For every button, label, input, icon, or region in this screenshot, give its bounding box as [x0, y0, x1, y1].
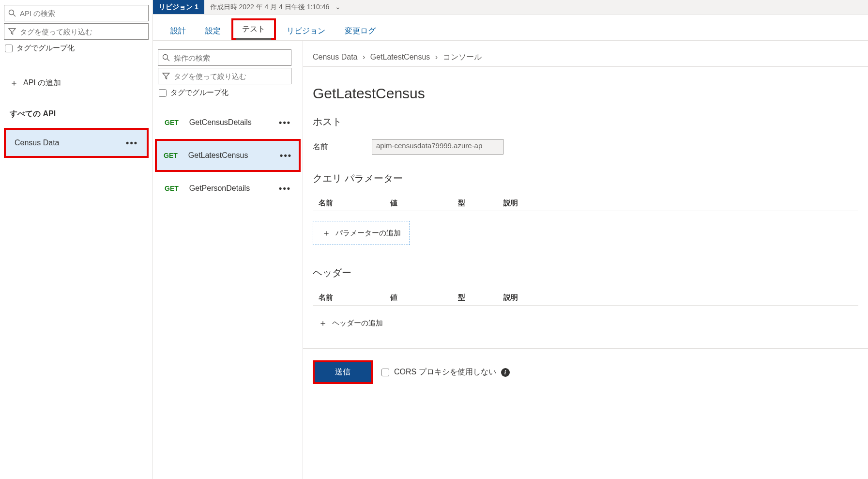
op-filter[interactable]	[158, 68, 291, 84]
tab-settings[interactable]: 設定	[197, 22, 229, 40]
cors-checkbox[interactable]: CORS プロキシを使用しない i	[381, 367, 510, 377]
api-search[interactable]	[4, 5, 149, 21]
chevron-right-icon: ›	[363, 53, 365, 61]
operation-title: GetLatestCensus	[313, 85, 858, 102]
col-desc: 説明	[503, 199, 853, 208]
add-header-button[interactable]: ＋ ヘッダーの追加	[313, 312, 389, 334]
tab-bar: 設計 設定 テスト リビジョン 変更ログ	[153, 15, 868, 41]
api-item-census-data[interactable]: Census Data •••	[4, 128, 149, 158]
add-api-button[interactable]: ＋ API の追加	[4, 53, 149, 98]
all-apis-heading: すべての API	[4, 98, 149, 128]
breadcrumb-item: コンソール	[443, 53, 482, 61]
http-method-badge: GET	[165, 119, 179, 126]
add-header-label: ヘッダーの追加	[332, 319, 383, 328]
col-name: 名前	[319, 199, 390, 208]
footer-bar: 送信 CORS プロキシを使用しない i	[303, 348, 868, 384]
host-name-value[interactable]: apim-censusdata79999.azure-ap	[372, 139, 503, 155]
send-button[interactable]: 送信	[313, 360, 373, 384]
filter-icon	[162, 72, 170, 80]
search-icon	[8, 9, 16, 17]
query-params-heading: クエリ パラメーター	[313, 172, 858, 185]
col-name: 名前	[319, 293, 390, 302]
info-icon[interactable]: i	[501, 368, 510, 377]
add-parameter-button[interactable]: ＋ パラメーターの追加	[313, 221, 410, 245]
more-icon[interactable]: •••	[279, 184, 291, 194]
filter-icon	[8, 28, 16, 35]
svg-marker-5	[163, 73, 169, 79]
op-filter-input[interactable]	[174, 72, 287, 80]
plus-icon: ＋	[322, 227, 331, 239]
col-desc: 説明	[503, 293, 853, 302]
api-filter-input[interactable]	[20, 28, 144, 36]
breadcrumb-item[interactable]: Census Data	[313, 53, 358, 61]
svg-line-4	[168, 59, 170, 62]
header-table-header: 名前 値 型 説明	[313, 290, 858, 306]
chevron-down-icon[interactable]: ⌄	[335, 3, 341, 11]
op-name: GetCensusDetails	[189, 118, 252, 127]
http-method-badge: GET	[164, 152, 178, 159]
headers-heading: ヘッダー	[313, 266, 858, 279]
op-group-by-tag-label: タグでグループ化	[170, 88, 228, 97]
chevron-right-icon: ›	[435, 53, 438, 61]
tab-design[interactable]: 設計	[162, 22, 195, 40]
more-icon[interactable]: •••	[126, 138, 138, 148]
svg-line-1	[14, 15, 16, 17]
revision-date: 作成日時 2022 年 4 月 4 日午後 1:10:46 ⌄	[204, 3, 341, 12]
add-parameter-label: パラメーターの追加	[335, 229, 401, 238]
op-search-input[interactable]	[174, 54, 287, 62]
api-item-label: Census Data	[15, 139, 60, 147]
col-value: 値	[390, 293, 458, 302]
svg-marker-2	[9, 29, 15, 34]
http-method-badge: GET	[165, 185, 179, 192]
group-by-tag-label: タグでグループ化	[16, 44, 75, 53]
host-name-label: 名前	[313, 142, 372, 152]
operations-panel: タグでグループ化 GET GetCensusDetails ••• GET Ge…	[153, 41, 303, 479]
main-panel: リビジョン 1 作成日時 2022 年 4 月 4 日午後 1:10:46 ⌄ …	[153, 0, 868, 479]
tab-revisions[interactable]: リビジョン	[278, 22, 334, 40]
more-icon[interactable]: •••	[280, 151, 292, 161]
tab-changelog[interactable]: 変更ログ	[336, 22, 384, 40]
revision-badge[interactable]: リビジョン 1	[153, 0, 204, 14]
search-icon	[162, 54, 170, 62]
cors-checkbox-input[interactable]	[381, 369, 389, 376]
group-by-tag-input[interactable]	[5, 45, 13, 52]
detail-panel: Census Data › GetLatestCensus › コンソール Ge…	[303, 41, 868, 479]
breadcrumb-item[interactable]: GetLatestCensus	[370, 53, 430, 61]
add-api-label: API の追加	[23, 78, 61, 88]
op-search[interactable]	[158, 49, 291, 66]
more-icon[interactable]: •••	[279, 118, 291, 128]
op-name: GetLatestCensus	[188, 151, 248, 160]
group-by-tag-checkbox[interactable]: タグでグループ化	[4, 42, 149, 53]
col-value: 値	[390, 199, 458, 208]
op-item-getcensusdetails[interactable]: GET GetCensusDetails •••	[158, 106, 298, 139]
divider	[303, 66, 868, 67]
op-item-getlatestcensus[interactable]: GET GetLatestCensus •••	[155, 139, 301, 172]
op-name: GetPersonDetails	[189, 184, 250, 193]
breadcrumb: Census Data › GetLatestCensus › コンソール	[313, 52, 858, 62]
tab-test[interactable]: テスト	[231, 18, 276, 40]
host-heading: ホスト	[313, 115, 858, 128]
plus-icon: ＋	[319, 317, 327, 329]
cors-label: CORS プロキシを使用しない	[394, 367, 496, 377]
api-filter[interactable]	[4, 23, 149, 40]
svg-point-3	[163, 55, 168, 60]
op-item-getpersondetails[interactable]: GET GetPersonDetails •••	[158, 172, 298, 205]
plus-icon: ＋	[10, 77, 18, 89]
op-group-by-tag[interactable]: タグでグループ化	[158, 86, 298, 106]
svg-point-0	[9, 10, 14, 15]
api-sidebar: タグでグループ化 ＋ API の追加 すべての API Census Data …	[0, 0, 153, 479]
api-search-input[interactable]	[20, 9, 144, 17]
op-group-by-tag-input[interactable]	[159, 89, 167, 97]
col-type: 型	[458, 199, 503, 208]
param-table-header: 名前 値 型 説明	[313, 196, 858, 211]
revision-bar: リビジョン 1 作成日時 2022 年 4 月 4 日午後 1:10:46 ⌄	[153, 0, 868, 15]
col-type: 型	[458, 293, 503, 302]
